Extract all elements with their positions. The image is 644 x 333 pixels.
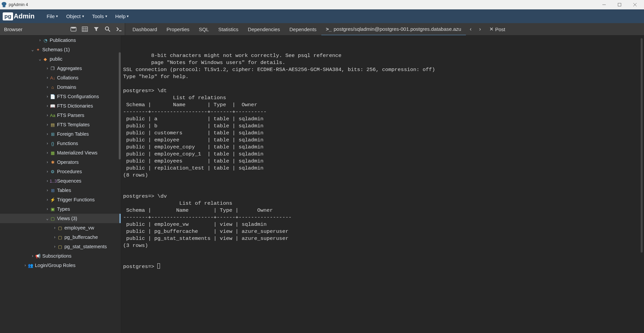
menu-help[interactable]: Help▾ bbox=[111, 9, 133, 23]
menu-file[interactable]: File▾ bbox=[43, 9, 62, 23]
tree-twisty-icon[interactable]: › bbox=[45, 66, 50, 71]
tree-node-icon: ▦ bbox=[50, 150, 56, 155]
tree-node[interactable]: ›✱Operators bbox=[0, 157, 121, 167]
tree-node-label: FTS Parsers bbox=[57, 113, 84, 118]
tabs-scroll-right[interactable]: › bbox=[475, 23, 485, 35]
tree-node-label: FTS Dictionaries bbox=[57, 103, 93, 109]
tab-dependents[interactable]: Dependents bbox=[285, 23, 321, 35]
tree-node-label: Login/Group Roles bbox=[35, 263, 75, 268]
tab-overflow[interactable]: ✕Post bbox=[485, 23, 510, 35]
tree-node[interactable]: ›⚙Procedures bbox=[0, 167, 121, 176]
main-tabs: Dashboard Properties SQL Statistics Depe… bbox=[125, 23, 644, 35]
tree-node-label: pg_stat_statements bbox=[64, 244, 107, 249]
tree-node[interactable]: ›A↓Collations bbox=[0, 73, 121, 82]
tab-statistics[interactable]: Statistics bbox=[214, 23, 243, 35]
tree-node[interactable]: ⌄✦Schemas (1) bbox=[0, 45, 121, 54]
tabs-scroll-left[interactable]: ‹ bbox=[466, 23, 475, 35]
browser-filter-icon[interactable] bbox=[91, 23, 102, 35]
menu-object[interactable]: Object▾ bbox=[62, 9, 88, 23]
tree-twisty-icon[interactable]: › bbox=[30, 254, 35, 258]
tree-node[interactable]: ›1..3Sequences bbox=[0, 176, 121, 186]
tree-twisty-icon[interactable]: › bbox=[45, 207, 50, 211]
maximize-button[interactable] bbox=[612, 0, 627, 9]
tab-dependencies[interactable]: Dependencies bbox=[243, 23, 285, 35]
menu-tools[interactable]: Tools▾ bbox=[88, 9, 111, 23]
tree-twisty-icon[interactable]: › bbox=[23, 263, 28, 268]
tree-node[interactable]: ›⚡Trigger Functions bbox=[0, 195, 121, 204]
psql-terminal[interactable]: 8-bit characters might not work correctl… bbox=[121, 36, 644, 333]
tree-node-label: FTS Configurations bbox=[57, 94, 99, 99]
window-title: pgAdmin 4 bbox=[9, 2, 28, 7]
tree-node-label: Collations bbox=[57, 75, 78, 80]
tree-twisty-icon[interactable]: › bbox=[45, 85, 50, 89]
tree-node-label: public bbox=[50, 56, 62, 62]
tree-node[interactable]: ⌄◆public bbox=[0, 54, 121, 64]
tree-node-label: Trigger Functions bbox=[57, 197, 95, 202]
tree-node[interactable]: ›📄FTS Configurations bbox=[0, 92, 121, 101]
tree-node[interactable]: ›◔Publications bbox=[0, 36, 121, 45]
tree-node[interactable]: ⌄▢Views (3) bbox=[0, 214, 121, 223]
tree-twisty-icon[interactable]: › bbox=[45, 132, 50, 136]
tree-node-icon: ❐ bbox=[50, 66, 56, 71]
tree-node-icon: {} bbox=[50, 141, 56, 146]
tree-scrollbar[interactable] bbox=[119, 52, 121, 159]
browser-terminal-icon[interactable] bbox=[113, 23, 125, 35]
tree-node[interactable]: ›⊞Foreign Tables bbox=[0, 129, 121, 139]
close-x-icon[interactable]: ✕ bbox=[489, 26, 494, 32]
tree-twisty-icon[interactable]: › bbox=[45, 197, 50, 202]
tree-node[interactable]: ›{}Functions bbox=[0, 139, 121, 148]
tree-twisty-icon[interactable]: › bbox=[52, 235, 57, 240]
tree-twisty-icon[interactable]: › bbox=[45, 160, 50, 164]
tree-node-label: Views (3) bbox=[57, 216, 77, 221]
tree-node[interactable]: ›📢Subscriptions bbox=[0, 251, 121, 261]
tab-properties[interactable]: Properties bbox=[162, 23, 194, 35]
tab-sql[interactable]: SQL bbox=[194, 23, 214, 35]
tree-node[interactable]: ›▢pg_buffercache bbox=[0, 232, 121, 242]
tree-node-icon: ✱ bbox=[50, 160, 56, 165]
tree-node[interactable]: ›AaFTS Parsers bbox=[0, 111, 121, 120]
object-browser-tree[interactable]: ›◔Publications⌄✦Schemas (1)⌄◆public›❐Agg… bbox=[0, 36, 121, 333]
tree-node[interactable]: ›▦Materialized Views bbox=[0, 148, 121, 157]
tree-node[interactable]: ›⊞Tables bbox=[0, 186, 121, 195]
tree-twisty-icon[interactable]: › bbox=[45, 141, 50, 146]
tree-node[interactable]: ›▢employee_vw bbox=[0, 223, 121, 232]
tree-node-icon: 📖 bbox=[50, 104, 56, 109]
tree-twisty-icon[interactable]: › bbox=[45, 150, 50, 155]
tree-twisty-icon[interactable]: › bbox=[38, 38, 42, 43]
tree-twisty-icon[interactable]: ⌄ bbox=[30, 47, 35, 52]
browser-table-icon[interactable] bbox=[79, 23, 91, 35]
tree-node[interactable]: ›▤FTS Templates bbox=[0, 120, 121, 129]
tree-twisty-icon[interactable]: › bbox=[52, 225, 57, 230]
tree-twisty-icon[interactable]: › bbox=[45, 169, 50, 174]
tree-twisty-icon[interactable]: › bbox=[52, 244, 57, 249]
tab-psql-session[interactable]: >_postgres/sqladmin@postgres-001.postgre… bbox=[321, 23, 466, 35]
browser-grid-icon[interactable] bbox=[68, 23, 79, 35]
tree-node-icon: ▢ bbox=[57, 225, 63, 230]
tree-twisty-icon[interactable]: › bbox=[45, 179, 50, 183]
tree-node[interactable]: ›👥Login/Group Roles bbox=[0, 261, 121, 270]
tree-twisty-icon[interactable]: › bbox=[45, 188, 50, 193]
tree-twisty-icon[interactable]: › bbox=[45, 113, 50, 118]
tree-node[interactable]: ›▣Types bbox=[0, 204, 121, 214]
terminal-scrollbar[interactable] bbox=[641, 38, 643, 253]
tree-node[interactable]: ›📖FTS Dictionaries bbox=[0, 101, 121, 111]
tree-node-label: Domains bbox=[57, 84, 76, 90]
tree-twisty-icon[interactable]: › bbox=[45, 94, 50, 99]
tree-node[interactable]: ›❐Aggregates bbox=[0, 64, 121, 73]
tree-node[interactable]: ›⌂Domains bbox=[0, 82, 121, 92]
tab-dashboard[interactable]: Dashboard bbox=[128, 23, 162, 35]
tree-node-label: Aggregates bbox=[57, 66, 82, 71]
svg-point-4 bbox=[105, 27, 109, 30]
tree-node[interactable]: ›▢pg_stat_statements bbox=[0, 242, 121, 251]
close-button[interactable] bbox=[627, 0, 643, 9]
tree-twisty-icon[interactable]: › bbox=[45, 122, 50, 127]
tree-twisty-icon[interactable]: ⌄ bbox=[38, 57, 42, 61]
tree-twisty-icon[interactable]: › bbox=[45, 104, 50, 108]
browser-search-icon[interactable] bbox=[102, 23, 113, 35]
minimize-button[interactable] bbox=[596, 0, 612, 9]
tree-node-label: employee_vw bbox=[64, 225, 94, 230]
tree-node-label: Sequences bbox=[57, 178, 82, 184]
tree-twisty-icon[interactable]: › bbox=[45, 75, 50, 80]
tree-node-label: Types bbox=[57, 206, 70, 212]
tree-twisty-icon[interactable]: ⌄ bbox=[45, 216, 50, 221]
